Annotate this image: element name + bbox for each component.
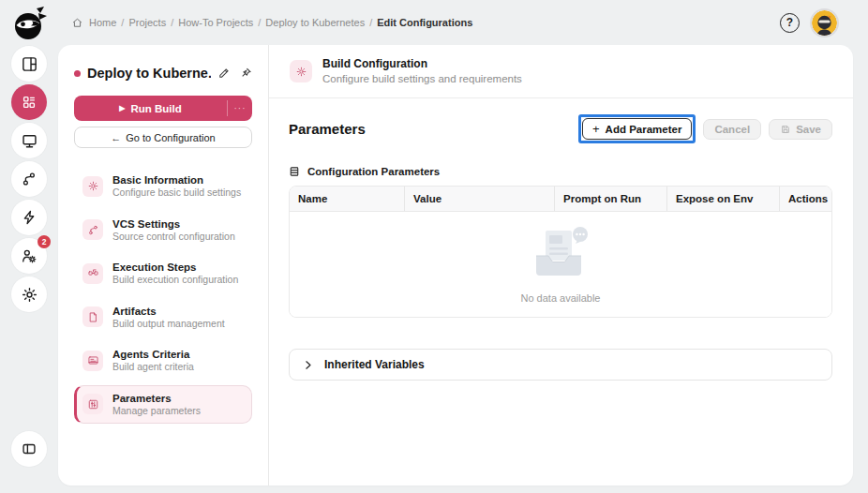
menu-item-subtitle: Configure basic build settings: [112, 187, 241, 199]
icon-rail: 2: [0, 0, 58, 493]
menu-item-label: VCS Settings: [112, 217, 235, 231]
rail-projects-button[interactable]: [11, 84, 47, 120]
pin-icon[interactable]: [239, 67, 252, 80]
breadcrumb-deploy-to-kubernetes[interactable]: Deploy to Kubernetes: [265, 17, 365, 28]
cancel-label: Cancel: [714, 124, 750, 135]
breadcrumb-separator: /: [171, 17, 173, 28]
rail-pipelines-button[interactable]: [11, 161, 47, 197]
rail-dashboard-button[interactable]: [11, 46, 47, 82]
main-content: Build Configuration Configure build sett…: [269, 45, 853, 486]
menu-item-agents-criteria[interactable]: Agents Criteria Build agent criteria: [74, 341, 252, 381]
go-to-configuration-button[interactable]: ← Go to Configuration: [74, 127, 252, 148]
column-header-value: Value: [405, 187, 555, 211]
user-gear-icon: [21, 247, 37, 264]
menu-item-execution-steps[interactable]: Execution Steps Build execution configur…: [74, 254, 252, 293]
sliders-icon: [82, 394, 103, 414]
breadcrumb-separator: /: [121, 17, 124, 28]
panel-toggle-icon: [21, 441, 37, 457]
breadcrumb: Home / Projects / How-To Projects / Depl…: [71, 17, 472, 29]
dashboard-icon: [21, 55, 38, 73]
configuration-title: Deploy to Kuberne...: [87, 66, 211, 81]
menu-item-label: Agents Criteria: [112, 348, 194, 361]
save-button[interactable]: Save: [769, 119, 832, 140]
git-branch-icon: [82, 219, 103, 240]
table-empty-state: No data available: [290, 212, 831, 317]
breadcrumb-projects[interactable]: Projects: [128, 17, 166, 28]
menu-item-subtitle: Build output management: [112, 318, 225, 330]
cancel-button[interactable]: Cancel: [703, 119, 761, 140]
run-build-label: Run Build: [130, 103, 181, 114]
rail-collapse-button[interactable]: [11, 431, 47, 467]
run-build-button[interactable]: ▶ Run Build ···: [74, 96, 252, 121]
git-branch-icon: [21, 171, 37, 187]
notifications-badge: 2: [37, 235, 51, 248]
rail-settings-button[interactable]: [11, 276, 47, 312]
app-grid-icon: [21, 94, 37, 111]
play-icon: ▶: [119, 104, 125, 112]
plus-icon: +: [592, 122, 600, 136]
parameters-table: Name Value Prompt on Run Expose on Env A…: [289, 186, 832, 318]
user-avatar[interactable]: [812, 10, 837, 36]
section-label-text: Configuration Parameters: [307, 166, 440, 177]
breadcrumb-howto-projects[interactable]: How-To Projects: [178, 17, 253, 28]
go-to-configuration-label: Go to Configuration: [126, 132, 215, 143]
menu-item-label: Execution Steps: [112, 261, 238, 274]
table-rows-icon: [289, 166, 300, 177]
file-icon: [82, 306, 103, 327]
monitor-icon: [21, 132, 38, 150]
chevron-right-icon: [302, 359, 314, 371]
configuration-side-panel: Deploy to Kuberne... ▶ Run Build ···: [58, 45, 269, 486]
inherited-variables-label: Inherited Variables: [324, 358, 425, 371]
back-arrow-icon: ←: [111, 132, 121, 143]
menu-item-subtitle: Build agent criteria: [112, 361, 194, 373]
question-icon: ?: [786, 16, 793, 29]
ellipsis-icon: ···: [234, 103, 247, 113]
rail-agents-button[interactable]: [11, 123, 47, 158]
page-title: Build Configuration: [322, 56, 522, 72]
menu-item-parameters[interactable]: Parameters Manage parameters: [74, 385, 252, 425]
table-header-row: Name Value Prompt on Run Expose on Env A…: [290, 187, 831, 212]
lightning-icon: [21, 209, 37, 226]
status-dot: [74, 70, 81, 77]
run-build-more-button[interactable]: ···: [227, 100, 252, 116]
focus-highlight-box: + Add Parameter: [578, 114, 696, 143]
gear-icon: [290, 60, 312, 82]
menu-item-subtitle: Source control configuration: [112, 231, 235, 243]
gear-icon: [82, 176, 103, 197]
app-root: 2 Home / Projects / How-To Projects / De…: [0, 0, 868, 493]
menu-item-subtitle: Manage parameters: [112, 405, 201, 417]
steps-blocks-icon: [82, 263, 103, 284]
edit-pencil-icon[interactable]: [217, 67, 231, 80]
help-button[interactable]: ?: [780, 13, 800, 33]
column-header-name: Name: [290, 187, 405, 211]
breadcrumb-home[interactable]: Home: [89, 17, 116, 28]
id-card-icon: [82, 351, 103, 371]
page-subtitle: Configure build settings and requirement…: [322, 71, 522, 86]
menu-item-vcs-settings[interactable]: VCS Settings Source control configuratio…: [74, 211, 252, 250]
add-parameter-label: Add Parameter: [606, 124, 682, 135]
menu-item-subtitle: Build execution configuration: [112, 274, 238, 286]
top-bar: Home / Projects / How-To Projects / Depl…: [58, 0, 853, 45]
empty-inbox-illustration: [521, 225, 600, 287]
column-header-actions: Actions: [780, 187, 832, 211]
breadcrumb-current-page: Edit Configurations: [377, 17, 472, 28]
save-label: Save: [796, 124, 821, 135]
breadcrumb-separator: /: [258, 17, 261, 28]
empty-state-text: No data available: [520, 292, 600, 304]
add-parameter-button[interactable]: + Add Parameter: [582, 118, 692, 140]
main-card: Deploy to Kuberne... ▶ Run Build ···: [58, 45, 853, 486]
save-icon: [780, 124, 791, 135]
rail-users-button[interactable]: 2: [11, 238, 47, 274]
menu-item-basic-information[interactable]: Basic Information Configure basic build …: [74, 167, 252, 206]
inherited-variables-panel[interactable]: Inherited Variables: [289, 349, 832, 381]
menu-item-artifacts[interactable]: Artifacts Build output management: [74, 298, 252, 337]
column-header-expose-on-env: Expose on Env: [667, 187, 780, 211]
home-icon: [71, 17, 83, 29]
breadcrumb-separator: /: [369, 17, 372, 28]
menu-item-label: Artifacts: [112, 305, 225, 318]
rail-activity-button[interactable]: [11, 200, 47, 235]
configuration-parameters-label: Configuration Parameters: [289, 166, 832, 177]
build-configuration-header: Build Configuration Configure build sett…: [269, 45, 853, 98]
menu-item-label: Parameters: [112, 392, 201, 405]
app-logo-ninja[interactable]: [9, 5, 49, 44]
